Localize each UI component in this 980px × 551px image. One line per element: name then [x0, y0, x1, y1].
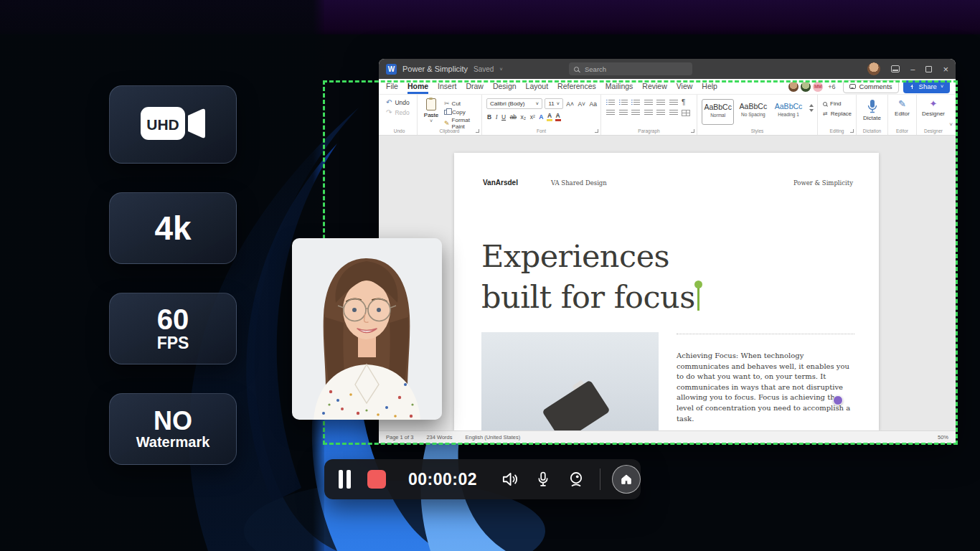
word-titlebar[interactable]: W Power & Simplicity Saved ˅ – ×: [379, 59, 956, 79]
borders-icon[interactable]: [682, 110, 690, 116]
numbered-list-icon[interactable]: [619, 100, 628, 106]
font-dialog-launcher-icon[interactable]: [595, 129, 598, 133]
italic-button[interactable]: I: [495, 113, 499, 121]
speaker-button[interactable]: [500, 470, 519, 489]
tab-references[interactable]: References: [557, 79, 596, 94]
collaborator-avatar[interactable]: [800, 81, 811, 93]
webcam-overlay[interactable]: [292, 238, 442, 420]
underline-button[interactable]: U: [501, 113, 507, 121]
collaborator-avatar[interactable]: MM: [812, 81, 824, 93]
comments-button[interactable]: Comments: [843, 80, 899, 93]
bold-button[interactable]: B: [486, 113, 492, 121]
tab-draw[interactable]: Draw: [466, 79, 484, 94]
tab-review[interactable]: Review: [642, 79, 666, 94]
undo-button[interactable]: ↶ Undo: [386, 98, 417, 106]
collapse-ribbon-icon[interactable]: ˅: [949, 121, 953, 128]
ribbon-group-clipboard: Paste ˅ ✂ Cut Copy ✎ Format Paint: [418, 95, 482, 135]
cut-icon: ✂: [444, 100, 450, 107]
microphone-button[interactable]: [534, 470, 552, 489]
sort-icon[interactable]: [669, 100, 678, 106]
paragraph-dialog-launcher-icon[interactable]: [691, 129, 694, 133]
document-page[interactable]: VanArsdel VA Shared Design Power & Simpl…: [454, 153, 879, 430]
replace-button[interactable]: ⇄ Replace: [823, 110, 856, 117]
editor-icon[interactable]: ✎: [888, 99, 916, 109]
editing-dialog-launcher-icon[interactable]: [850, 129, 854, 133]
cut-button[interactable]: ✂ Cut: [444, 100, 479, 107]
grow-font-button[interactable]: A˄: [565, 100, 575, 108]
word-count[interactable]: 234 Words: [426, 434, 452, 441]
tab-view[interactable]: View: [677, 79, 693, 94]
coauthor-presence-badge[interactable]: [833, 395, 843, 405]
tab-insert[interactable]: Insert: [438, 79, 456, 94]
tab-layout[interactable]: Layout: [526, 79, 549, 94]
tab-file[interactable]: File: [386, 79, 398, 94]
font-color-button[interactable]: A: [555, 112, 561, 121]
designer-icon[interactable]: ✦: [917, 99, 950, 109]
shrink-font-button[interactable]: A˅: [577, 100, 586, 108]
font-size-select[interactable]: 11 ˅: [545, 98, 562, 109]
maximize-button[interactable]: [925, 66, 932, 72]
heading-line-2: built for focus: [481, 279, 695, 315]
tab-home[interactable]: Home: [407, 79, 428, 94]
find-button[interactable]: Find: [823, 100, 856, 107]
tab-mailings[interactable]: Mailings: [606, 79, 633, 94]
shading-icon[interactable]: [669, 110, 678, 116]
highlight-color-button[interactable]: A: [547, 112, 552, 121]
coauthor-cursor-flag: [694, 281, 702, 288]
collaborator-avatar[interactable]: [788, 81, 799, 93]
ribbon-display-options-icon[interactable]: [891, 65, 900, 72]
save-status[interactable]: Saved: [473, 65, 494, 73]
pause-button[interactable]: [339, 470, 351, 489]
styles-scroll-up-icon[interactable]: [809, 102, 814, 107]
minimize-button[interactable]: –: [910, 65, 915, 73]
multilevel-list-icon[interactable]: [631, 100, 640, 106]
superscript-button[interactable]: x²: [529, 113, 536, 121]
dictate-button[interactable]: Dictate: [863, 115, 881, 121]
share-icon: [910, 84, 915, 90]
editor-button[interactable]: Editor: [895, 110, 910, 117]
badge-uhd: UHD: [109, 85, 237, 164]
ribbon-group-editor: ✎ Editor Editor: [888, 95, 917, 135]
clipboard-dialog-launcher-icon[interactable]: [476, 129, 479, 133]
dictate-icon[interactable]: [867, 99, 877, 113]
justify-icon[interactable]: [644, 110, 653, 116]
strikethrough-button[interactable]: ab: [509, 113, 517, 121]
search-input[interactable]: [583, 65, 669, 74]
subscript-button[interactable]: x₂: [520, 113, 527, 121]
style-no-spacing[interactable]: AaBbCc No Spacing: [737, 99, 769, 125]
styles-scroll-down-icon[interactable]: [809, 109, 814, 114]
bullet-list-icon[interactable]: [606, 100, 615, 106]
style-normal[interactable]: AaBbCc Normal: [702, 99, 734, 125]
align-left-icon[interactable]: [606, 110, 615, 116]
collaborator-overflow-count[interactable]: +6: [828, 83, 835, 90]
share-button[interactable]: Share ˅: [903, 80, 950, 93]
tab-design[interactable]: Design: [493, 79, 517, 94]
stop-button[interactable]: [367, 470, 386, 489]
document-image[interactable]: [481, 332, 659, 430]
copy-button[interactable]: Copy: [444, 109, 479, 116]
home-button[interactable]: [612, 465, 641, 494]
text-effects-button[interactable]: A: [538, 113, 544, 121]
redo-button[interactable]: ↷ Redo: [386, 108, 417, 116]
tab-help[interactable]: Help: [702, 79, 717, 94]
align-right-icon[interactable]: [631, 110, 640, 116]
webcam-toggle-button[interactable]: [567, 470, 585, 489]
increase-indent-icon[interactable]: [656, 100, 665, 106]
zoom-level[interactable]: 50%: [938, 434, 948, 441]
designer-button[interactable]: Designer: [922, 110, 945, 117]
save-status-caret-icon[interactable]: ˅: [499, 67, 502, 72]
style-heading-1[interactable]: AaBbCc Heading 1: [772, 99, 804, 125]
close-button[interactable]: ×: [943, 65, 948, 74]
ribbon-group-undo: ↶ Undo ↷ Redo Undo: [382, 95, 418, 135]
language-indicator[interactable]: English (United States): [466, 434, 521, 441]
pause-icon: [339, 470, 343, 489]
page-indicator[interactable]: Page 1 of 3: [386, 434, 413, 441]
search-box[interactable]: [569, 62, 692, 75]
line-spacing-icon[interactable]: [656, 110, 665, 116]
align-center-icon[interactable]: [619, 110, 628, 116]
user-avatar[interactable]: [867, 62, 880, 75]
change-case-button[interactable]: Aa: [589, 100, 598, 108]
font-name-select[interactable]: Calibri (Body) ˅: [486, 98, 542, 109]
show-formatting-marks-button[interactable]: ¶: [682, 99, 685, 106]
decrease-indent-icon[interactable]: [644, 100, 653, 106]
